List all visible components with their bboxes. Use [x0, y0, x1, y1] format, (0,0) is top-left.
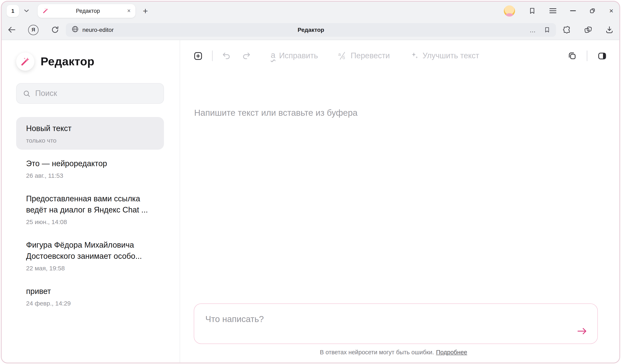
document-list: Новый текст только что Это — нейроредакт… — [16, 117, 164, 313]
collections-icon[interactable] — [584, 25, 592, 34]
app-brand: Редактор — [16, 52, 180, 71]
doc-item-new-text[interactable]: Новый текст только что — [16, 117, 164, 150]
copy-icon[interactable] — [568, 51, 577, 60]
search-input[interactable] — [35, 89, 157, 98]
tab-editor[interactable]: Редактор ✕ — [38, 4, 135, 17]
doc-time: 24 февр., 14:29 — [26, 300, 154, 307]
fix-text-button[interactable]: а Исправить — [271, 51, 318, 61]
toolbar-divider — [212, 50, 213, 61]
window-minimize-button[interactable] — [570, 10, 576, 11]
window-restore-button[interactable] — [589, 8, 595, 14]
editor-placeholder-text[interactable]: Напишите текст или вставьте из буфера — [194, 108, 358, 118]
menu-hamburger-icon[interactable] — [549, 8, 556, 14]
fix-label: Исправить — [279, 51, 318, 60]
undo-icon[interactable] — [222, 51, 231, 60]
app-title: Редактор — [41, 55, 94, 68]
more-options-icon[interactable]: … — [530, 26, 536, 33]
bookmarks-panel-icon[interactable] — [529, 7, 536, 15]
site-favicon-icon — [72, 25, 79, 34]
profile-avatar[interactable] — [504, 5, 515, 16]
improve-label: Улучшить текст — [422, 51, 479, 60]
chevron-down-icon[interactable] — [23, 7, 30, 15]
send-arrow-icon[interactable] — [576, 325, 588, 337]
doc-title: Это — нейроредактор — [26, 158, 154, 169]
editor-toolbar: а Исправить а б Перевести — [193, 50, 607, 61]
nav-right-cluster — [563, 25, 614, 34]
svg-text:а: а — [338, 52, 341, 57]
extensions-puzzle-icon[interactable] — [563, 26, 571, 34]
editor-main: а Исправить а б Перевести — [180, 40, 619, 362]
tab-counter-button[interactable]: 1 — [7, 5, 19, 17]
improve-text-button[interactable]: Улучшить текст — [410, 51, 479, 60]
translate-label: Перевести — [351, 51, 390, 60]
toolbar-right-cluster — [568, 50, 607, 61]
nav-left-cluster: Я — [7, 25, 59, 35]
doc-item-dostoevsky[interactable]: Фигура Фёдора Михайловича Достоевского з… — [16, 234, 164, 277]
navigation-bar: Я neuro-editor Редактор — [2, 20, 619, 40]
refresh-icon[interactable] — [51, 26, 59, 34]
prompt-box — [194, 303, 598, 344]
app-logo-wand-icon — [16, 52, 34, 71]
downloads-icon[interactable] — [605, 26, 614, 34]
page-content: Редактор Новый текст только что Эт — [2, 40, 619, 362]
new-document-icon[interactable] — [193, 51, 203, 61]
doc-title: привет — [26, 286, 154, 297]
doc-title: Предоставленная вами ссылка ведёт на диа… — [26, 193, 154, 215]
tabstrip-right-cluster: ✕ — [504, 5, 614, 16]
new-tab-button[interactable]: + — [143, 6, 148, 15]
address-page-title: Редактор — [298, 27, 324, 33]
tab-favicon-wand-icon — [42, 7, 49, 14]
doc-title: Новый текст — [26, 123, 154, 134]
addressbar-right-cluster: … — [530, 26, 550, 33]
address-domain: neuro-editor — [82, 27, 114, 33]
documents-sidebar: Редактор Новый текст только что Эт — [2, 40, 180, 362]
tab-strip: 1 Редактор ✕ + — [2, 2, 619, 20]
fix-icon: а — [271, 51, 275, 61]
tab-title: Редактор — [49, 8, 127, 14]
doc-time: 26 авг., 11:53 — [26, 172, 154, 179]
bookmark-icon[interactable] — [544, 27, 550, 33]
viewport: 1 Редактор ✕ + — [0, 0, 621, 364]
disclaimer-text: В ответах нейросети могут быть ошибки. — [320, 349, 434, 356]
translate-button[interactable]: а б Перевести — [338, 51, 390, 60]
yandex-home-button[interactable]: Я — [28, 25, 38, 35]
search-box[interactable] — [16, 83, 164, 104]
browser-window: 1 Редактор ✕ + — [1, 1, 620, 363]
doc-item-link-dialog[interactable]: Предоставленная вами ссылка ведёт на диа… — [16, 187, 164, 231]
sparkles-icon — [410, 51, 419, 60]
doc-time: только что — [26, 137, 154, 144]
doc-time: 25 июн., 14:08 — [26, 218, 154, 225]
redo-icon[interactable] — [242, 51, 251, 60]
back-icon[interactable] — [7, 27, 16, 33]
doc-time: 22 мая, 19:58 — [26, 265, 154, 272]
doc-item-privet[interactable]: привет 24 февр., 14:29 — [16, 280, 164, 313]
side-panel-toggle-icon[interactable] — [597, 51, 607, 61]
search-icon — [23, 90, 31, 97]
translate-icon: а б — [338, 51, 347, 60]
doc-title: Фигура Фёдора Михайловича Достоевского з… — [26, 239, 154, 262]
disclaimer-link[interactable]: Подробнее — [436, 349, 467, 356]
tab-close-icon[interactable]: ✕ — [127, 8, 131, 13]
window-close-button[interactable]: ✕ — [609, 8, 614, 14]
address-bar[interactable]: neuro-editor Редактор … — [66, 23, 556, 37]
doc-item-neuroeditor[interactable]: Это — нейроредактор 26 авг., 11:53 — [16, 152, 164, 185]
svg-text:б: б — [342, 55, 345, 60]
ai-disclaimer: В ответах нейросети могут быть ошибки.По… — [180, 349, 607, 356]
toolbar-divider — [587, 50, 587, 61]
prompt-input[interactable] — [194, 304, 597, 344]
